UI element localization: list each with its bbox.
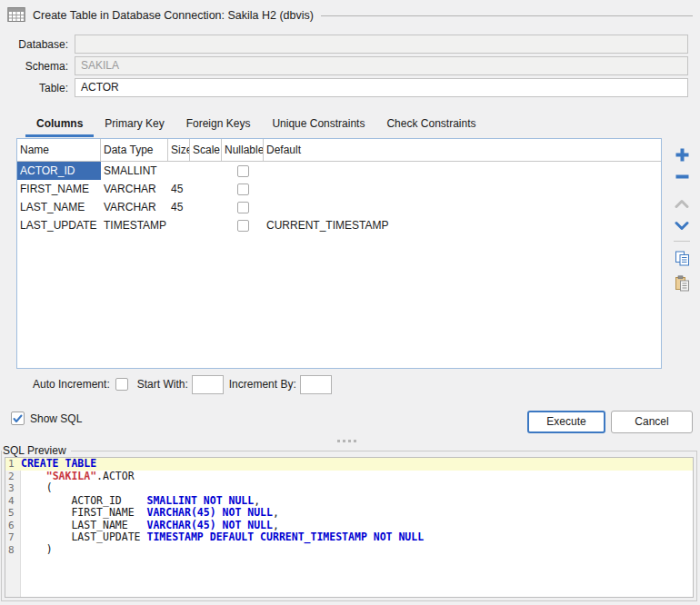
table-row: FIRST_NAME VARCHAR 45 bbox=[17, 180, 661, 198]
increment-by-input[interactable] bbox=[300, 375, 332, 394]
paste-button[interactable] bbox=[670, 273, 694, 294]
table-row: LAST_NAME VARCHAR 45 bbox=[17, 198, 661, 216]
start-with-label: Start With: bbox=[137, 378, 188, 391]
sql-line: 6 LAST_NAME VARCHAR(45) NOT NULL, bbox=[5, 520, 693, 532]
header-default[interactable]: Default bbox=[264, 139, 661, 161]
copy-button[interactable] bbox=[670, 247, 694, 269]
cell-name[interactable]: LAST_UPDATE bbox=[17, 216, 101, 234]
show-sql-label: Show SQL bbox=[30, 412, 82, 425]
tab-primary-key[interactable]: Primary Key bbox=[94, 114, 175, 137]
header-datatype[interactable]: Data Type bbox=[101, 139, 168, 161]
tab-unique-constraints[interactable]: Unique Constraints bbox=[261, 114, 375, 137]
sql-code: FIRST_NAME VARCHAR(45) NOT NULL, bbox=[21, 507, 693, 520]
sql-code: ACTOR_ID SMALLINT NOT NULL, bbox=[21, 495, 693, 508]
sql-code: "SAKILA".ACTOR bbox=[21, 471, 693, 483]
cell-nullable bbox=[222, 202, 264, 213]
cell-nullable bbox=[222, 183, 264, 195]
line-number: 4 bbox=[5, 495, 21, 508]
header-nullable[interactable]: Nullable bbox=[222, 139, 264, 161]
line-number: 6 bbox=[5, 520, 21, 532]
cell-datatype[interactable]: VARCHAR bbox=[101, 180, 168, 198]
splitter-handle[interactable] bbox=[337, 440, 356, 442]
database-field bbox=[75, 35, 688, 54]
cell-size[interactable]: 45 bbox=[168, 198, 190, 216]
move-down-button[interactable] bbox=[670, 214, 694, 236]
add-row-button[interactable] bbox=[670, 144, 694, 165]
sql-code: LAST_UPDATE TIMESTAMP DEFAULT CURRENT_TI… bbox=[21, 531, 693, 544]
header-rule bbox=[321, 15, 693, 16]
nullable-checkbox[interactable] bbox=[237, 220, 249, 232]
tab-foreign-keys[interactable]: Foreign Keys bbox=[175, 114, 262, 137]
cell-default[interactable]: CURRENT_TIMESTAMP bbox=[264, 216, 661, 234]
sql-preview-group: 1 CREATE TABLE 2 "SAKILA".ACTOR 3 ( 4 AC… bbox=[1, 451, 697, 601]
header-name[interactable]: Name bbox=[17, 139, 101, 161]
auto-increment-row: Auto Increment: Start With: Increment By… bbox=[33, 374, 337, 394]
auto-increment-label: Auto Increment: bbox=[33, 378, 110, 391]
grid-header: Name Data Type Size Scale Nullable Defau… bbox=[17, 139, 661, 162]
auto-increment-checkbox[interactable] bbox=[115, 378, 128, 391]
table-grid-icon bbox=[7, 5, 25, 26]
cell-name[interactable]: LAST_NAME bbox=[17, 198, 101, 216]
sql-code: CREATE TABLE bbox=[21, 458, 693, 471]
nullable-checkbox[interactable] bbox=[237, 165, 249, 177]
sql-editor[interactable]: 1 CREATE TABLE 2 "SAKILA".ACTOR 3 ( 4 AC… bbox=[5, 457, 694, 598]
sql-line: 5 FIRST_NAME VARCHAR(45) NOT NULL, bbox=[5, 507, 693, 520]
cell-size[interactable]: 45 bbox=[168, 180, 190, 198]
schema-row: Schema: SAKILA bbox=[0, 56, 688, 75]
line-number: 8 bbox=[5, 544, 21, 557]
cell-nullable bbox=[222, 220, 264, 232]
execute-button[interactable]: Execute bbox=[527, 411, 605, 433]
row-toolbar bbox=[670, 144, 694, 294]
database-label: Database: bbox=[0, 38, 75, 51]
tab-bar: Columns Primary Key Foreign Keys Unique … bbox=[25, 114, 487, 137]
nullable-checkbox[interactable] bbox=[237, 202, 249, 213]
tab-columns[interactable]: Columns bbox=[25, 114, 94, 137]
sql-code: ( bbox=[21, 482, 693, 495]
copy-icon bbox=[675, 251, 690, 266]
cell-name[interactable]: FIRST_NAME bbox=[17, 180, 101, 198]
schema-label: Schema: bbox=[0, 60, 75, 73]
minus-icon bbox=[675, 170, 689, 183]
increment-by-label: Increment By: bbox=[229, 378, 296, 391]
line-number: 5 bbox=[5, 507, 21, 520]
check-icon bbox=[13, 414, 23, 423]
move-up-button[interactable] bbox=[670, 193, 694, 214]
cell-datatype[interactable]: TIMESTAMP bbox=[101, 216, 168, 234]
table-name-input[interactable]: ACTOR bbox=[75, 78, 688, 97]
sql-code: LAST_NAME VARCHAR(45) NOT NULL, bbox=[21, 520, 693, 532]
table-row: ACTOR_ID SMALLINT bbox=[17, 162, 661, 180]
columns-grid[interactable]: Name Data Type Size Scale Nullable Defau… bbox=[16, 138, 662, 369]
line-number: 1 bbox=[5, 458, 21, 471]
cell-datatype[interactable]: SMALLINT bbox=[101, 162, 168, 180]
table-row-field: Table: ACTOR bbox=[0, 78, 688, 97]
sql-line: 2 "SAKILA".ACTOR bbox=[5, 471, 693, 483]
chevron-up-icon bbox=[675, 198, 689, 210]
header-size[interactable]: Size bbox=[168, 139, 190, 161]
chevron-down-icon bbox=[675, 220, 689, 232]
plus-icon bbox=[675, 148, 689, 162]
paste-icon bbox=[675, 275, 690, 292]
show-sql-option: Show SQL bbox=[11, 412, 82, 425]
remove-row-button[interactable] bbox=[670, 165, 694, 187]
cancel-button[interactable]: Cancel bbox=[611, 411, 693, 433]
cell-name[interactable]: ACTOR_ID bbox=[17, 162, 101, 180]
cell-nullable bbox=[222, 165, 264, 177]
table-label: Table: bbox=[0, 82, 75, 94]
database-row: Database: bbox=[0, 35, 688, 54]
sql-preview-title: SQL Preview bbox=[2, 444, 71, 457]
dialog-title: Create Table in Database Connection: Sak… bbox=[33, 9, 314, 22]
header-scale[interactable]: Scale bbox=[190, 139, 222, 161]
sql-line: 4 ACTOR_ID SMALLINT NOT NULL, bbox=[5, 495, 693, 508]
line-number: 3 bbox=[5, 482, 21, 495]
tab-check-constraints[interactable]: Check Constraints bbox=[375, 114, 486, 137]
sql-line: 7 LAST_UPDATE TIMESTAMP DEFAULT CURRENT_… bbox=[5, 531, 693, 544]
cell-datatype[interactable]: VARCHAR bbox=[101, 198, 168, 216]
sql-line: 1 CREATE TABLE bbox=[5, 458, 693, 471]
show-sql-checkbox[interactable] bbox=[11, 412, 25, 425]
start-with-input[interactable] bbox=[192, 375, 224, 394]
table-row: LAST_UPDATE TIMESTAMP CURRENT_TIMESTAMP bbox=[17, 216, 661, 234]
line-number: 7 bbox=[5, 531, 21, 544]
sql-code: ) bbox=[21, 544, 693, 557]
sql-line: 8 ) bbox=[5, 544, 693, 557]
nullable-checkbox[interactable] bbox=[237, 183, 249, 195]
